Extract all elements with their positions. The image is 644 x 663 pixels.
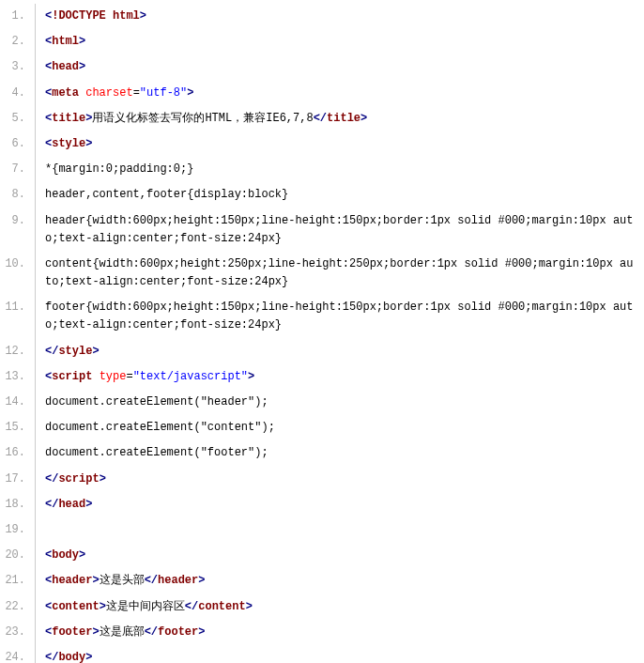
code-line: 23.<footer>这是底部</footer> — [0, 620, 644, 645]
token-str: "text/javascript" — [133, 370, 248, 383]
line-number: 24. — [0, 645, 36, 663]
code-line: 5.<title>用语义化标签去写你的HTML，兼容IE6,7,8</title… — [0, 106, 644, 131]
token-tagname: style — [52, 137, 85, 150]
token-txt — [92, 370, 99, 383]
line-number: 22. — [0, 594, 36, 620]
code-content[interactable]: document.createElement("footer"); — [36, 440, 644, 466]
code-block: 1.<!DOCTYPE html>2.<html>3.<head>4.<meta… — [0, 4, 644, 663]
code-line: 2.<html> — [0, 29, 644, 54]
token-tagname: title — [52, 112, 85, 125]
code-content[interactable]: <meta charset="utf-8"> — [36, 81, 644, 106]
line-number: 7. — [0, 157, 36, 182]
token-txt: content{width:600px;height:250px;line-he… — [45, 257, 634, 288]
code-content[interactable]: <style> — [36, 131, 644, 157]
code-line: 21.<header>这是头部</header> — [0, 568, 644, 594]
token-tag: > — [85, 651, 92, 663]
line-number: 23. — [0, 620, 36, 645]
code-line: 24.</body> — [0, 645, 644, 663]
code-line: 8.header,content,footer{display:block} — [0, 182, 644, 208]
code-content[interactable]: <title>用语义化标签去写你的HTML，兼容IE6,7,8</title> — [36, 106, 644, 131]
token-tagname: header — [52, 574, 92, 587]
code-content[interactable]: <head> — [36, 54, 644, 80]
token-txt: header,content,footer{display:block} — [45, 188, 288, 201]
token-tag: > — [79, 35, 85, 48]
code-content[interactable]: <content>这是中间内容区</content> — [36, 594, 644, 620]
code-content[interactable] — [36, 517, 644, 543]
code-line: 4.<meta charset="utf-8"> — [0, 81, 644, 106]
code-content[interactable]: <footer>这是底部</footer> — [36, 620, 644, 645]
code-line: 20.<body> — [0, 543, 644, 568]
token-tag: > — [100, 472, 106, 486]
code-content[interactable]: header{width:600px;height:150px;line-hei… — [36, 208, 644, 252]
token-tagname: footer — [52, 625, 92, 639]
token-tagname: content — [52, 600, 99, 613]
code-line: 14.document.createElement("header"); — [0, 390, 644, 415]
code-content[interactable]: <html> — [36, 29, 644, 54]
token-tag: > — [140, 9, 146, 23]
token-tag: </ — [45, 472, 58, 486]
token-tagname: head — [52, 60, 79, 73]
line-number: 19. — [0, 517, 36, 543]
token-tag: </ — [145, 574, 158, 587]
code-content[interactable]: <script type="text/javascript"> — [36, 364, 644, 390]
token-tag: </ — [185, 600, 198, 613]
token-tagname: meta — [52, 86, 79, 100]
token-tag: > — [187, 86, 193, 100]
code-content[interactable]: </style> — [36, 339, 644, 364]
code-line: 16.document.createElement("footer"); — [0, 440, 644, 466]
token-txt: document.createElement("footer"); — [45, 446, 268, 459]
token-tag: </ — [145, 625, 158, 639]
token-attr: charset — [85, 86, 132, 100]
token-txt: *{margin:0;padding:0;} — [45, 162, 193, 176]
code-line: 11.footer{width:600px;height:150px;line-… — [0, 295, 644, 338]
token-txt — [45, 523, 52, 536]
line-number: 2. — [0, 29, 36, 54]
code-content[interactable]: </script> — [36, 467, 644, 492]
code-line: 3.<head> — [0, 54, 644, 80]
line-number: 11. — [0, 295, 36, 338]
line-number: 12. — [0, 339, 36, 364]
code-content[interactable]: <!DOCTYPE html> — [36, 4, 644, 29]
token-tagname: html — [52, 35, 79, 48]
token-tag: > — [198, 574, 205, 587]
token-tag: > — [92, 574, 99, 587]
line-number: 15. — [0, 415, 36, 440]
token-txt: 用语义化标签去写你的HTML，兼容IE6,7,8 — [92, 112, 313, 125]
line-number: 21. — [0, 568, 36, 594]
code-content[interactable]: content{width:600px;height:250px;line-he… — [36, 252, 644, 295]
token-str: "utf-8" — [140, 86, 187, 100]
line-number: 14. — [0, 390, 36, 415]
code-line: 7.*{margin:0;padding:0;} — [0, 157, 644, 182]
code-content[interactable]: footer{width:600px;height:150px;line-hei… — [36, 295, 644, 338]
code-content[interactable]: </body> — [36, 645, 644, 663]
line-number: 1. — [0, 4, 36, 29]
code-content[interactable]: </head> — [36, 492, 644, 517]
token-tag: > — [100, 600, 106, 613]
code-content[interactable]: header,content,footer{display:block} — [36, 182, 644, 208]
line-number: 16. — [0, 440, 36, 466]
code-content[interactable]: *{margin:0;padding:0;} — [36, 157, 644, 182]
line-number: 20. — [0, 543, 36, 568]
token-tagname: body — [58, 651, 85, 663]
token-txt: footer{width:600px;height:150px;line-hei… — [45, 301, 634, 332]
token-txt: document.createElement("content"); — [45, 421, 275, 434]
code-content[interactable]: <header>这是头部</header> — [36, 568, 644, 594]
token-tag: </ — [45, 498, 58, 511]
token-tagname: script — [52, 370, 92, 383]
line-number: 6. — [0, 131, 36, 157]
code-content[interactable]: document.createElement("content"); — [36, 415, 644, 440]
code-content[interactable]: <body> — [36, 543, 644, 568]
token-tag: > — [360, 112, 367, 125]
code-line: 1.<!DOCTYPE html> — [0, 4, 644, 29]
token-tag: > — [248, 370, 254, 383]
token-tagname: header — [158, 574, 198, 587]
token-tag: > — [85, 137, 92, 150]
token-tagname: content — [198, 600, 245, 613]
token-eq: = — [126, 370, 132, 383]
token-tag: > — [198, 625, 205, 639]
token-tag: </ — [45, 651, 58, 663]
line-number: 18. — [0, 492, 36, 517]
code-line: 17.</script> — [0, 467, 644, 492]
token-tag: </ — [314, 112, 327, 125]
code-content[interactable]: document.createElement("header"); — [36, 390, 644, 415]
